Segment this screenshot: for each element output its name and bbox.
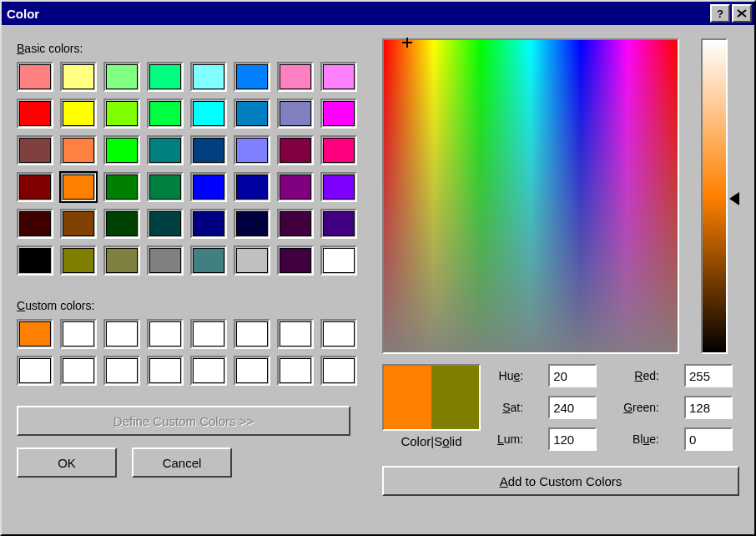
sat-field[interactable] (548, 396, 597, 419)
hue-sat-picker[interactable] (382, 38, 679, 354)
crosshair-icon (402, 38, 412, 48)
basic-swatch[interactable] (234, 172, 270, 202)
basic-swatch[interactable] (320, 99, 357, 129)
basic-swatch[interactable] (147, 209, 184, 239)
basic-swatch[interactable] (190, 209, 227, 239)
basic-swatch[interactable] (234, 99, 270, 129)
basic-swatch[interactable] (234, 135, 270, 165)
basic-swatch[interactable] (103, 99, 140, 129)
custom-swatch[interactable] (190, 356, 227, 386)
basic-swatch[interactable] (60, 62, 97, 92)
custom-colors-label: Custom colors: (17, 299, 357, 312)
custom-swatch[interactable] (277, 319, 314, 349)
basic-swatch[interactable] (147, 99, 184, 129)
basic-swatch[interactable] (17, 62, 53, 92)
basic-swatch[interactable] (60, 172, 97, 202)
basic-swatch[interactable] (60, 245, 97, 276)
basic-swatch[interactable] (103, 245, 140, 276)
custom-swatch[interactable] (17, 319, 53, 349)
custom-swatch[interactable] (320, 356, 357, 386)
basic-swatch[interactable] (320, 209, 357, 239)
window-title: Color (7, 7, 39, 21)
basic-swatch[interactable] (103, 62, 140, 92)
basic-swatch[interactable] (320, 245, 357, 276)
custom-swatch[interactable] (147, 356, 184, 386)
preview-row: Color|Solid Hue: Red: Sat: Green: Lum: B… (382, 364, 739, 451)
basic-swatch[interactable] (147, 245, 184, 276)
left-column: Basic colors: Custom colors: Define Cust… (17, 38, 357, 519)
basic-swatch[interactable] (320, 135, 357, 165)
blue-field[interactable] (684, 427, 733, 451)
basic-swatch[interactable] (103, 209, 140, 239)
basic-swatch[interactable] (60, 209, 97, 239)
basic-swatch[interactable] (277, 172, 314, 202)
basic-swatch[interactable] (190, 135, 227, 165)
hue-label: Hue: (497, 369, 523, 382)
basic-swatch[interactable] (320, 62, 357, 92)
custom-swatch[interactable] (103, 319, 140, 349)
custom-swatch[interactable] (60, 356, 97, 386)
basic-swatch[interactable] (277, 62, 314, 92)
color-solid-preview[interactable] (382, 364, 481, 431)
custom-swatch[interactable] (277, 356, 314, 386)
basic-swatch[interactable] (17, 135, 53, 165)
define-custom-colors-button[interactable]: Define Custom Colors >> (17, 406, 350, 436)
titlebar: Color ? (2, 2, 754, 25)
preview-color (384, 366, 431, 429)
basic-swatch[interactable] (147, 135, 184, 165)
red-field[interactable] (684, 364, 733, 387)
help-button[interactable]: ? (710, 4, 730, 23)
sat-label: Sat: (497, 401, 523, 414)
gradient-row (382, 38, 739, 354)
basic-swatch[interactable] (190, 62, 227, 92)
basic-swatch[interactable] (234, 62, 270, 92)
custom-swatch[interactable] (103, 356, 140, 386)
basic-swatch[interactable] (277, 99, 314, 129)
basic-swatch[interactable] (17, 245, 53, 276)
ok-button[interactable]: OK (17, 448, 117, 478)
basic-swatch[interactable] (234, 209, 270, 239)
basic-swatch[interactable] (103, 172, 140, 202)
basic-swatch[interactable] (234, 245, 270, 276)
add-to-custom-colors-button[interactable]: Add to Custom Colors (382, 466, 739, 496)
lum-field[interactable] (548, 427, 597, 451)
custom-swatch[interactable] (60, 319, 97, 349)
preview-wrap: Color|Solid (382, 364, 481, 448)
basic-swatch[interactable] (190, 172, 227, 202)
custom-swatch[interactable] (234, 356, 270, 386)
basic-colors-label: Basic colors: (17, 42, 357, 55)
custom-swatch[interactable] (190, 319, 227, 349)
right-column: Color|Solid Hue: Red: Sat: Green: Lum: B… (382, 38, 739, 519)
close-button[interactable] (732, 4, 752, 23)
hue-field[interactable] (548, 364, 597, 387)
red-label: Red: (623, 369, 659, 382)
color-dialog: Color ? Basic colors: Custom colors: Def… (0, 0, 756, 536)
luminance-column (701, 38, 739, 354)
cancel-button[interactable]: Cancel (132, 448, 232, 478)
custom-swatch[interactable] (320, 319, 357, 349)
basic-swatch[interactable] (277, 209, 314, 239)
basic-swatch[interactable] (147, 172, 184, 202)
custom-swatch[interactable] (17, 356, 53, 386)
luminance-slider[interactable] (701, 38, 728, 354)
blue-label: Blue: (623, 432, 659, 446)
right-bottom-row: Add to Custom Colors (382, 466, 739, 496)
basic-swatch[interactable] (60, 135, 97, 165)
luminance-arrow-icon[interactable] (729, 192, 739, 205)
color-solid-label: Color|Solid (401, 434, 461, 448)
basic-swatch[interactable] (17, 209, 53, 239)
basic-swatch[interactable] (147, 62, 184, 92)
basic-swatch[interactable] (17, 99, 53, 129)
custom-swatch[interactable] (147, 319, 184, 349)
basic-swatch[interactable] (320, 172, 357, 202)
basic-swatch[interactable] (60, 99, 97, 129)
basic-swatch[interactable] (277, 245, 314, 276)
basic-swatch[interactable] (17, 172, 53, 202)
basic-colors-grid (17, 62, 357, 276)
green-field[interactable] (684, 396, 733, 419)
basic-swatch[interactable] (277, 135, 314, 165)
custom-swatch[interactable] (234, 319, 270, 349)
basic-swatch[interactable] (190, 99, 227, 129)
basic-swatch[interactable] (190, 245, 227, 276)
basic-swatch[interactable] (103, 135, 140, 165)
